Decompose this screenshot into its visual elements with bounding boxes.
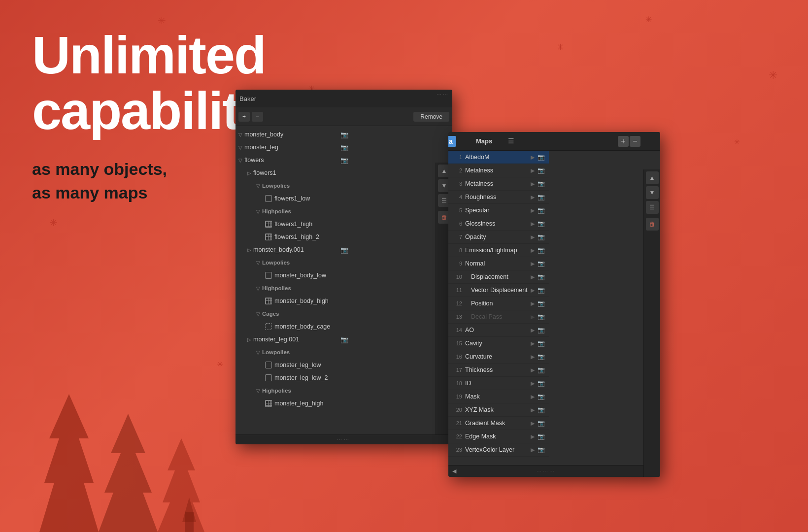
list-item[interactable]: ▽ Lowpolies <box>236 256 351 269</box>
arrow-icon: ▽ <box>256 183 260 189</box>
section-label: Highpolies <box>262 208 291 214</box>
list-item[interactable]: ▷ monster_leg.001 📷 <box>236 333 351 346</box>
list-item[interactable]: ▽ flowers 📷 <box>236 154 351 166</box>
camera-icon: 📷 <box>538 233 545 240</box>
baker-panel: Baker ⋯⋯ + − Remove ▽ monster_body 📷 ▽ m… <box>236 90 452 444</box>
map-row[interactable]: 1 AlbedoM ▶ 📷 <box>448 151 549 164</box>
map-row[interactable]: 21 Gradient Mask ▶ 📷 <box>448 417 549 430</box>
row-number: 6 <box>452 221 462 227</box>
camera-icon: 📷 <box>538 313 545 320</box>
list-item[interactable]: ▽ monster_leg 📷 <box>236 141 351 154</box>
row-name: Normal <box>465 260 528 267</box>
camera-icon: 📷 <box>538 406 545 413</box>
map-row[interactable]: 20 XYZ Mask ▶ 📷 <box>448 403 549 417</box>
list-item[interactable]: monster_body_high <box>236 295 351 307</box>
maps-list[interactable]: 1 AlbedoM ▶ 📷 2 Metalness ▶ 📷 3 Metalnes… <box>448 151 566 458</box>
row-name: Gradient Mask <box>465 420 528 427</box>
remove-map-button[interactable]: − <box>630 136 640 147</box>
mesh-grid-icon <box>265 221 272 228</box>
arrow-icon: ▷ <box>247 337 251 342</box>
row-arrow-icon: ▶ <box>531 354 535 360</box>
row-name: Specular <box>465 207 528 214</box>
item-label: monster_leg_low <box>274 362 321 368</box>
map-row[interactable]: 6 Glossiness ▶ 📷 <box>448 217 549 231</box>
list-item[interactable]: flowers1_high_2 <box>236 231 351 243</box>
row-arrow-icon: ▶ <box>531 314 535 320</box>
row-number: 9 <box>452 261 462 266</box>
map-row[interactable]: 19 Mask ▶ 📷 <box>448 390 549 403</box>
map-row[interactable]: 17 Thickness ▶ 📷 <box>448 364 549 377</box>
row-number: 15 <box>452 340 462 346</box>
section-label: Cages <box>262 311 279 317</box>
list-item[interactable]: flowers1_high <box>236 218 351 231</box>
list-item[interactable]: monster_body_cage <box>236 320 351 333</box>
item-label: monster_leg <box>244 144 278 151</box>
list-item[interactable]: ▽ Lowpolies <box>236 346 351 359</box>
remove-button[interactable]: Remove <box>413 112 449 122</box>
list-item[interactable]: monster_leg_high <box>236 397 351 408</box>
row-number: 19 <box>452 394 462 399</box>
row-number: 23 <box>452 447 462 453</box>
row-name: Vector Displacement <box>465 287 528 294</box>
list-item[interactable]: ▽ Cages <box>236 307 351 320</box>
scroll-down-button[interactable]: ▼ <box>646 186 659 199</box>
row-arrow-icon: ▶ <box>531 367 535 373</box>
maps-scroll-left[interactable]: ◀ <box>452 468 456 474</box>
camera-icon: 📷 <box>538 300 545 307</box>
map-row[interactable]: 8 Emission/Lightmap ▶ 📷 <box>448 244 549 257</box>
list-item[interactable]: ▽ monster_body 📷 <box>236 128 351 141</box>
camera-icon: 📷 <box>538 154 545 161</box>
list-item[interactable]: ▷ flowers1 <box>236 166 351 179</box>
map-row[interactable]: 9 Normal ▶ 📷 <box>448 257 549 270</box>
add-map-button[interactable]: + <box>618 136 629 147</box>
list-item[interactable]: monster_leg_low <box>236 359 351 371</box>
camera-icon: 📷 <box>538 260 545 267</box>
map-row[interactable]: 11 Vector Displacement ▶ 📷 <box>448 284 549 297</box>
mesh-grid-icon <box>265 400 272 407</box>
map-row[interactable]: 16 Curvature ▶ 📷 <box>448 350 549 364</box>
baker-tree-list[interactable]: ▽ monster_body 📷 ▽ monster_leg 📷 ▽ flowe… <box>236 126 368 408</box>
arrow-icon: ▷ <box>247 247 251 253</box>
map-row[interactable]: 24 AlbedoM ▶ 📷 <box>448 457 549 458</box>
list-item[interactable]: ▽ Highpolies <box>236 384 351 397</box>
row-name: Cavity <box>465 340 528 347</box>
item-label: flowers1_low <box>274 195 310 202</box>
baker-footer: ⋯⋯ <box>236 434 452 444</box>
list-item[interactable]: flowers1_low <box>236 192 351 205</box>
list-item[interactable]: ▽ Highpolies <box>236 282 351 295</box>
list-options-button[interactable]: ☰ <box>646 201 659 214</box>
map-row[interactable]: 7 Opacity ▶ 📷 <box>448 231 549 244</box>
row-arrow-icon: ▶ <box>531 207 535 214</box>
camera-icon: 📷 <box>538 433 545 440</box>
item-label: flowers <box>244 157 264 164</box>
map-row[interactable]: 12 Position ▶ 📷 <box>448 297 549 310</box>
add-button[interactable]: + <box>238 112 250 122</box>
list-item[interactable]: ▽ Highpolies <box>236 205 351 218</box>
row-arrow-icon: ▶ <box>531 287 535 294</box>
map-row[interactable]: 4 Roughness ▶ 📷 <box>448 191 549 204</box>
list-item[interactable]: monster_body_low <box>236 269 351 282</box>
map-row[interactable]: 2 Metalness ▶ 📷 <box>448 164 549 177</box>
map-row[interactable]: 14 AO ▶ 📷 <box>448 324 549 337</box>
camera-icon: 📷 <box>538 180 545 187</box>
list-item[interactable]: ▷ monster_body.001 📷 <box>236 243 351 256</box>
list-item[interactable]: monster_leg_low_2 <box>236 371 351 384</box>
map-row[interactable]: 22 Edge Mask ▶ 📷 <box>448 430 549 443</box>
map-row[interactable]: 23 VertexColor Layer ▶ 📷 <box>448 443 549 457</box>
row-number: 13 <box>452 314 462 320</box>
subtract-button[interactable]: − <box>252 112 263 122</box>
map-row[interactable]: 15 Cavity ▶ 📷 <box>448 337 549 350</box>
camera-icon: 📷 <box>340 144 348 151</box>
delete-map-button[interactable]: 🗑 <box>646 218 659 231</box>
map-row[interactable]: 3 Metalness ▶ 📷 <box>448 177 549 191</box>
list-item[interactable]: ▽ Lowpolies <box>236 179 351 192</box>
row-number: 16 <box>452 354 462 360</box>
scroll-up-button[interactable]: ▲ <box>646 171 659 184</box>
map-row[interactable]: 10 Displacement ▶ 📷 <box>448 270 549 284</box>
map-row[interactable]: 13 Decal Pass ▶ 📷 <box>448 310 549 324</box>
row-number: 3 <box>452 181 462 187</box>
map-row[interactable]: 5 Specular ▶ 📷 <box>448 204 549 217</box>
map-row[interactable]: 18 ID ▶ 📷 <box>448 377 549 390</box>
row-name: AO <box>465 327 528 333</box>
arrow-icon: ▽ <box>256 350 260 355</box>
